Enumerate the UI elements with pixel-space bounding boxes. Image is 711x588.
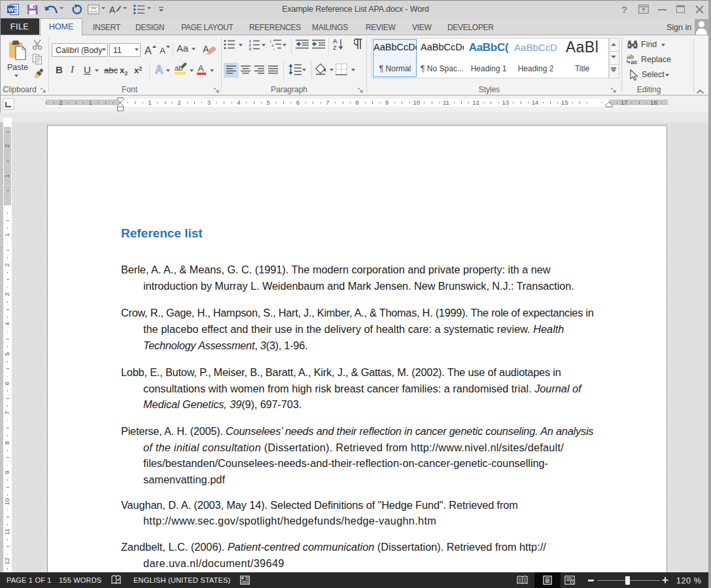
- svg-text:A: A: [145, 45, 152, 56]
- svg-text:A: A: [155, 63, 163, 76]
- svg-text:ac: ac: [631, 58, 638, 65]
- svg-text:A: A: [333, 38, 338, 44]
- svg-text:A: A: [160, 46, 165, 56]
- svg-text:ab: ab: [175, 64, 182, 72]
- svg-text:i: i: [273, 47, 274, 51]
- svg-text:A: A: [198, 63, 204, 73]
- svg-text:Z: Z: [333, 44, 337, 50]
- svg-text:3: 3: [249, 46, 252, 50]
- svg-text:A: A: [203, 44, 209, 54]
